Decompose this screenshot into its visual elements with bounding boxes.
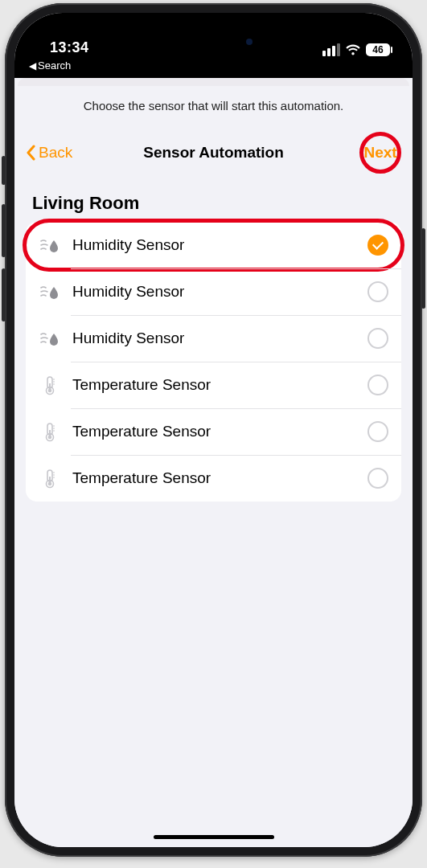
humidity-icon	[39, 234, 61, 256]
section-header: Living Room	[14, 188, 413, 222]
cellular-icon	[322, 43, 340, 56]
sensor-row[interactable]: Humidity Sensor	[26, 222, 401, 268]
chevron-left-icon	[26, 145, 35, 161]
back-caret-icon: ◀	[29, 60, 36, 72]
sensor-label: Temperature Sensor	[72, 376, 356, 394]
back-button[interactable]: Back	[26, 144, 72, 162]
power-button	[421, 228, 425, 309]
sensor-label: Humidity Sensor	[72, 330, 356, 347]
sensor-list: Humidity Sensor Humidity Sensor Humidity…	[26, 222, 401, 502]
sensor-row[interactable]: Humidity Sensor	[26, 268, 401, 315]
sensor-row[interactable]: Temperature Sensor	[26, 455, 401, 502]
radio-unselected[interactable]	[367, 468, 388, 489]
sensor-row[interactable]: Temperature Sensor	[26, 408, 401, 455]
radio-unselected[interactable]	[367, 421, 388, 442]
temperature-icon	[39, 420, 61, 443]
sensor-row[interactable]: Temperature Sensor	[26, 362, 401, 408]
phone-bezel: 13:34 46 ◀ Search Choose the sensor that…	[5, 3, 422, 857]
back-label: Back	[39, 144, 72, 162]
next-button[interactable]: Next	[359, 132, 401, 174]
screen: 13:34 46 ◀ Search Choose the sensor that…	[14, 13, 413, 847]
instruction-text: Choose the sensor that will start this a…	[14, 86, 413, 121]
humidity-icon	[39, 327, 61, 350]
humidity-icon	[39, 280, 61, 303]
next-label: Next	[363, 144, 396, 162]
page-title: Sensor Automation	[143, 144, 284, 162]
sensor-label: Temperature Sensor	[72, 423, 356, 440]
sheet-background-peek	[18, 78, 409, 86]
mute-switch	[2, 156, 6, 185]
sensor-row[interactable]: Humidity Sensor	[26, 315, 401, 362]
radio-selected[interactable]	[367, 235, 388, 256]
camera-dot-icon	[246, 39, 253, 45]
home-indicator[interactable]	[154, 835, 274, 839]
radio-unselected[interactable]	[367, 281, 388, 302]
radio-unselected[interactable]	[367, 328, 388, 349]
sensor-label: Humidity Sensor	[72, 236, 356, 254]
volume-down	[2, 268, 6, 321]
temperature-icon	[39, 467, 61, 489]
breadcrumb-label: Search	[38, 59, 71, 72]
temperature-icon	[39, 374, 61, 396]
sensor-label: Temperature Sensor	[72, 469, 356, 487]
sensor-label: Humidity Sensor	[72, 283, 356, 301]
volume-up	[2, 204, 6, 257]
battery-icon: 46	[366, 43, 390, 56]
radio-unselected[interactable]	[367, 375, 388, 395]
content: Choose the sensor that will start this a…	[14, 78, 413, 847]
nav-bar: Back Sensor Automation Next	[14, 121, 413, 188]
wifi-icon	[345, 44, 361, 56]
breadcrumb[interactable]: ◀ Search	[14, 58, 413, 78]
dynamic-island	[164, 27, 264, 56]
